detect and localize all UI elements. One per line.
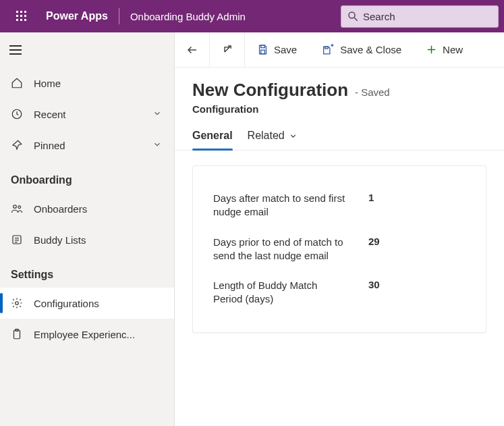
tab-label: General (192, 130, 233, 142)
entity-name: Configuration (192, 103, 486, 115)
new-button[interactable]: New (414, 32, 475, 68)
sidebar-item-home[interactable]: Home (0, 68, 174, 99)
command-bar: Save Save & Close New (175, 32, 504, 68)
sidebar-item-label: Pinned (34, 140, 152, 151)
field-value[interactable]: 29 (368, 236, 389, 247)
sidebar-item-label: Buddy Lists (34, 234, 163, 246)
field-label: Length of Buddy Match Period (days) (213, 279, 348, 307)
svg-rect-8 (24, 19, 26, 21)
svg-point-18 (16, 302, 19, 305)
sidebar-item-employee-experience[interactable]: Employee Experienc... (0, 319, 174, 350)
page-header: New Configuration - Saved Configuration (175, 68, 504, 115)
tabs: General Related (175, 115, 504, 151)
tab-related[interactable]: Related (248, 130, 298, 150)
tab-label: Related (248, 130, 285, 142)
save-button[interactable]: Save (245, 32, 309, 68)
open-new-window-button[interactable] (210, 32, 245, 68)
save-icon (257, 44, 269, 55)
field-value[interactable]: 30 (368, 279, 389, 290)
save-close-icon (321, 44, 335, 55)
sidebar-item-label: Configurations (34, 298, 163, 309)
svg-rect-3 (16, 15, 18, 17)
pin-icon (11, 139, 28, 151)
page-state: - Saved (355, 86, 390, 98)
home-icon (11, 77, 28, 89)
field-label: Days prior to end of match to send the l… (213, 236, 348, 263)
waffle-icon[interactable] (5, 0, 38, 32)
main-area: Save Save & Close New New Configuration … (174, 32, 504, 426)
svg-rect-4 (20, 15, 22, 17)
sidebar-group-onboarding: Onboarding (0, 161, 174, 193)
chevron-down-icon (152, 109, 163, 119)
svg-rect-6 (16, 19, 18, 21)
sidebar-item-label: Onboarders (34, 203, 163, 215)
sidebar-item-label: Home (34, 78, 163, 89)
svg-point-9 (349, 12, 355, 18)
page-title: New Configuration (192, 80, 348, 100)
back-button[interactable] (175, 32, 210, 68)
field-row: Days prior to end of match to send the l… (213, 228, 466, 271)
field-row: Days after match to send first nudge ema… (213, 184, 466, 228)
popout-icon (221, 44, 233, 55)
arrow-left-icon (186, 44, 198, 56)
sidebar-item-label: Employee Experienc... (34, 329, 163, 340)
sidebar: Home Recent Pinned Onboarding (0, 32, 174, 426)
sidebar-item-pinned[interactable]: Pinned (0, 130, 174, 161)
sidebar-item-label: Recent (34, 109, 152, 120)
svg-rect-7 (20, 19, 22, 21)
chevron-down-icon (289, 132, 298, 140)
svg-rect-23 (261, 50, 265, 54)
save-label: Save (274, 44, 297, 55)
tab-general[interactable]: General (192, 130, 233, 150)
svg-line-10 (354, 18, 358, 21)
gear-icon (11, 297, 28, 309)
people-icon (11, 203, 28, 215)
svg-rect-1 (20, 11, 22, 13)
search-box[interactable] (341, 5, 499, 28)
svg-point-12 (13, 205, 17, 209)
clock-icon (11, 108, 28, 120)
search-icon (347, 10, 359, 22)
sidebar-item-buddy-lists[interactable]: Buddy Lists (0, 224, 174, 255)
chevron-down-icon (152, 140, 163, 151)
form-card: Days after match to send first nudge ema… (192, 165, 486, 333)
hamburger-icon[interactable] (9, 42, 26, 58)
sidebar-item-recent[interactable]: Recent (0, 99, 174, 130)
field-label: Days after match to send first nudge ema… (213, 192, 348, 219)
plus-icon (426, 44, 437, 55)
clipboard-icon (11, 328, 28, 340)
sidebar-item-configurations[interactable]: Configurations (0, 288, 174, 319)
svg-rect-2 (24, 11, 26, 13)
svg-point-13 (18, 206, 21, 209)
new-label: New (443, 44, 463, 55)
sidebar-group-settings: Settings (0, 255, 174, 288)
field-row: Length of Buddy Match Period (days) 30 (213, 271, 466, 315)
list-icon (11, 234, 28, 246)
app-name-label: Onboarding Buddy Admin (122, 11, 254, 22)
svg-rect-22 (261, 45, 265, 48)
svg-rect-5 (24, 15, 26, 17)
search-input[interactable] (359, 11, 493, 22)
sidebar-item-onboarders[interactable]: Onboarders (0, 193, 174, 224)
brand-label[interactable]: Power Apps (38, 10, 116, 22)
save-close-label: Save & Close (340, 44, 401, 55)
field-value[interactable]: 1 (368, 192, 389, 203)
save-close-button[interactable]: Save & Close (309, 32, 414, 68)
svg-rect-24 (325, 47, 328, 49)
header-divider (119, 8, 119, 24)
svg-rect-0 (16, 11, 18, 13)
app-header: Power Apps Onboarding Buddy Admin (0, 0, 504, 32)
